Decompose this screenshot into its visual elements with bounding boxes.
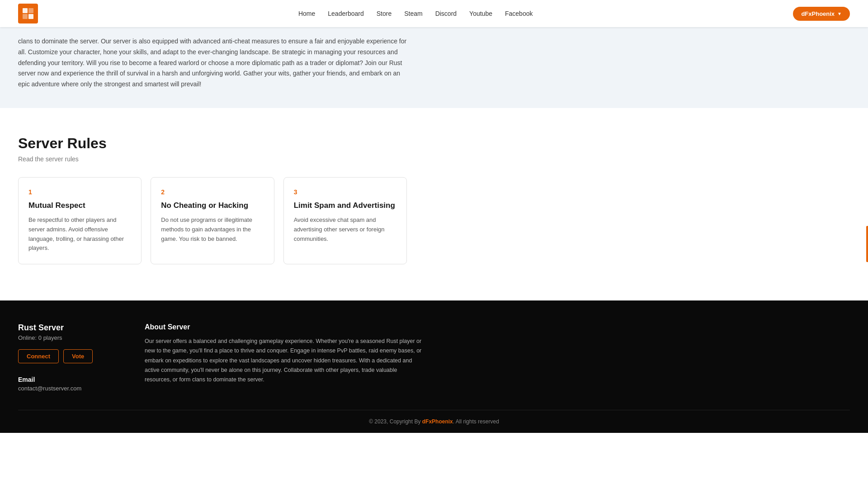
user-button-label: dFxPhoenix [801,10,835,17]
navbar: Home Leaderboard Store Steam Discord You… [0,0,868,27]
nav-discord[interactable]: Discord [435,10,457,17]
about-title: About Server [145,323,425,331]
rule-card-1: 1 Mutual Respect Be respectful to other … [18,177,142,264]
rules-subtitle: Read the server rules [18,155,850,163]
rule-card-2: 2 No Cheating or Hacking Do not use prog… [151,177,274,264]
copyright-end: . All rights reserved [453,418,499,425]
rules-title: Server Rules [18,135,850,152]
svg-rect-3 [28,14,33,19]
scroll-indicator [866,226,868,262]
email-label: Email [18,376,118,383]
nav-store[interactable]: Store [377,10,392,17]
footer-right: About Server Our server offers a balance… [145,323,425,392]
svg-rect-1 [28,8,33,13]
nav-home[interactable]: Home [298,10,315,17]
nav-youtube[interactable]: Youtube [469,10,492,17]
rule-number-3: 3 [294,188,396,196]
logo[interactable] [18,4,38,23]
footer-buttons: Connect Vote [18,349,118,363]
rule-title-2: No Cheating or Hacking [161,201,264,210]
rule-desc-3: Avoid excessive chat spam and advertisin… [294,216,396,244]
rules-cards: 1 Mutual Respect Be respectful to other … [18,177,407,264]
description-section: clans to dominate the server. Our server… [0,27,868,108]
rule-title-1: Mutual Respect [28,201,131,210]
svg-rect-0 [23,8,28,13]
nav-links: Home Leaderboard Store Steam Discord You… [298,9,533,18]
nav-leaderboard[interactable]: Leaderboard [328,10,363,17]
user-button[interactable]: dFxPhoenix ▼ [793,7,850,21]
rule-number-2: 2 [161,188,264,196]
logo-icon [18,4,38,23]
about-text: Our server offers a balanced and challen… [145,337,425,385]
brand-name: dFxPhoenix [422,418,453,425]
footer-server-name: Rust Server [18,323,118,333]
vote-button[interactable]: Vote [63,349,93,363]
rule-number-1: 1 [28,188,131,196]
rule-desc-1: Be respectful to other players and serve… [28,216,131,253]
footer-left: Rust Server Online: 0 players Connect Vo… [18,323,118,392]
rule-desc-2: Do not use programs or illegitimate meth… [161,216,264,244]
footer-inner: Rust Server Online: 0 players Connect Vo… [18,323,425,392]
rule-card-3: 3 Limit Spam and Advertising Avoid exces… [283,177,407,264]
rule-title-3: Limit Spam and Advertising [294,201,396,210]
footer: Rust Server Online: 0 players Connect Vo… [0,300,868,433]
nav-facebook[interactable]: Facebook [505,10,533,17]
connect-button[interactable]: Connect [18,349,59,363]
footer-online-status: Online: 0 players [18,334,118,341]
rules-section: Server Rules Read the server rules 1 Mut… [0,108,868,300]
copyright-text: © 2023, Copyright By [369,418,422,425]
footer-email: contact@rustserver.com [18,385,118,392]
nav-steam[interactable]: Steam [404,10,422,17]
footer-bottom: © 2023, Copyright By dFxPhoenix. All rig… [18,410,850,433]
description-text: clans to dominate the server. Our server… [18,36,407,90]
svg-rect-2 [23,14,28,19]
user-caret-icon: ▼ [837,11,842,16]
page-wrapper: clans to dominate the server. Our server… [0,27,868,433]
